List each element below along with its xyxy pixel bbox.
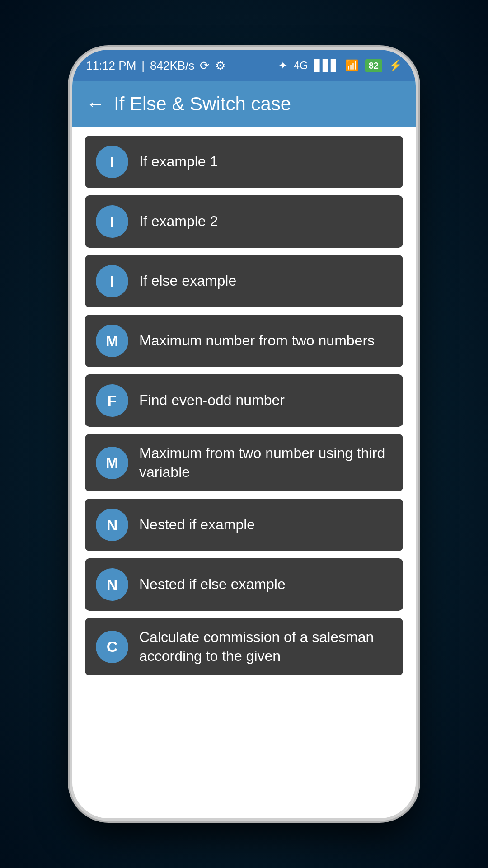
list-item-avatar: N [96,509,128,541]
back-button[interactable]: ← [86,94,105,113]
battery-level: 82 [365,59,382,72]
status-bar: 11:12 PM | 842KB/s ⟳ ⚙ ✦ 4G ▋▋▋ 📶 82 ⚡ [72,50,416,81]
charging-icon: ⚡ [389,59,402,72]
list-item-label: Maximum from two number using third vari… [139,444,392,481]
list-item[interactable]: FFind even-odd number [85,374,403,427]
list-item-label: Nested if else example [139,575,286,594]
list-item-avatar: M [96,447,128,479]
list-item-label: If example 2 [139,212,218,231]
list-item-label: Maximum number from two numbers [139,331,375,350]
app-bar: ← If Else & Switch case [72,81,416,127]
list-item-avatar: C [96,631,128,663]
list-item[interactable]: IIf example 2 [85,195,403,248]
list-item-avatar: N [96,568,128,601]
list-item-avatar: I [96,146,128,178]
list-item[interactable]: IIf example 1 [85,136,403,188]
list-item[interactable]: NNested if else example [85,558,403,611]
list-item-avatar: I [96,205,128,238]
list-item-label: If example 1 [139,152,218,171]
list-item[interactable]: MMaximum number from two numbers [85,315,403,367]
list-item-avatar: I [96,265,128,297]
content-area: IIf example 1IIf example 2IIf else examp… [72,127,416,818]
list-item-label: Find even-odd number [139,391,285,410]
list-item-label: Nested if example [139,515,255,534]
status-left: 11:12 PM | 842KB/s ⟳ ⚙ [86,59,225,73]
status-right: ✦ 4G ▋▋▋ 📶 82 ⚡ [278,59,402,72]
app-title: If Else & Switch case [114,93,291,115]
wifi-icon: 📶 [345,59,359,72]
signal-icon: ▋▋▋ [314,59,339,72]
phone-frame: 11:12 PM | 842KB/s ⟳ ⚙ ✦ 4G ▋▋▋ 📶 82 ⚡ ←… [72,50,416,818]
list-item-avatar: M [96,325,128,357]
network-info: 842KB/s [150,59,194,73]
list-item[interactable]: MMaximum from two number using third var… [85,434,403,491]
settings-icon: ⚙ [215,59,225,73]
list-item-label: If else example [139,272,236,291]
bluetooth-icon: ✦ [278,59,287,72]
network-4g: 4G [294,59,308,72]
list-item[interactable]: CCalculate commission of a salesman acco… [85,618,403,675]
list-item-label: Calculate commission of a salesman accor… [139,628,392,665]
sync-icon: ⟳ [200,59,210,73]
list-item[interactable]: NNested if example [85,499,403,551]
time: 11:12 PM [86,59,136,73]
list-item-avatar: F [96,384,128,417]
list-item[interactable]: IIf else example [85,255,403,307]
network-speed: | [141,59,145,73]
